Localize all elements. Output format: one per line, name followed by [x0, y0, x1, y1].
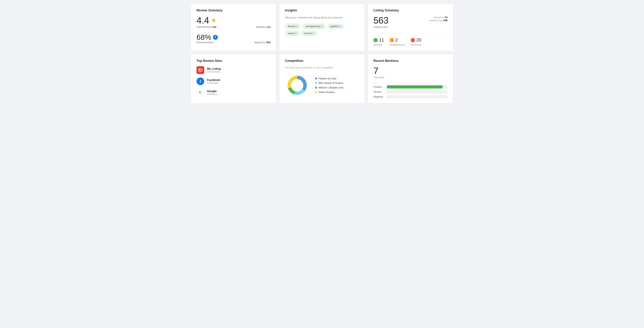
accurate-num: 11: [379, 37, 384, 43]
rec-started-label: Started At 70%: [254, 41, 270, 44]
mentions-divider: [374, 82, 448, 83]
competition-title: Competition: [285, 59, 359, 63]
neutral-label: Neutral: [374, 90, 385, 93]
not-found-label: Not Found: [411, 44, 422, 46]
legend-dot: [315, 82, 317, 84]
errors-num-row: ! 2: [390, 37, 398, 43]
legend-item: Dutch Growers: [315, 91, 345, 94]
not-found-num: 20: [416, 37, 422, 43]
site-info: My Listing 101 Reviews: [207, 67, 221, 73]
total-reviews-label: Total Reviews 123: [196, 26, 216, 28]
insights-subtitle: What your customers are saying about you…: [285, 16, 359, 20]
insight-tag: owner 1: [285, 31, 300, 36]
recent-mentions-title: Recent Mentions: [374, 59, 448, 63]
insight-tag: service 1: [301, 31, 317, 36]
listing-stats: Started At 74 Industry Avg. 348: [429, 16, 448, 22]
competition-subtitle: Your local search presence vs. your comp…: [285, 66, 359, 69]
errors-label: Possible Errors: [390, 44, 405, 46]
check-icon: ✓: [374, 38, 378, 42]
legend-item: Flowers by Jane: [315, 77, 345, 80]
sentiment-negative: Negative: [374, 95, 448, 98]
insight-tag: arrangements 1: [302, 24, 326, 29]
donut-segment: [288, 87, 295, 94]
site-name: My Listing: [207, 67, 221, 70]
rating-row: 4.4 ★: [196, 16, 270, 25]
listing-score-label: Listing Score: [374, 26, 389, 28]
site-list: My Listing 101 Reviews f Facebook 19 Rev…: [196, 66, 270, 96]
review-summary-card: Review Summary 4.4 ★ Total Reviews 123 S…: [191, 4, 276, 51]
review-summary-title: Review Summary: [196, 9, 270, 12]
positive-bar-bg: [387, 85, 448, 88]
rating-number: 4.4: [196, 16, 209, 25]
neutral-bar-bg: [387, 90, 448, 93]
site-logo: f: [196, 77, 204, 85]
accurate-label: Accurate: [374, 44, 382, 46]
errors-num: 2: [395, 37, 398, 43]
donut-segment: [297, 76, 307, 91]
donut-chart: [285, 73, 310, 98]
sentiment-positive: Positive: [374, 85, 448, 88]
site-info: Google 3 Reviews: [207, 90, 218, 95]
top-review-sites-card: Top Review Sites My Listing 101 Reviews …: [191, 54, 276, 103]
not-found-num-row: ✕ 20: [411, 37, 422, 43]
site-name: Google: [207, 90, 218, 93]
started-at-label: Started At 4.1: [256, 26, 270, 28]
legend-label: Flowers by Jane: [318, 77, 336, 80]
sentiment-neutral: Neutral: [374, 90, 448, 93]
recent-mentions-card: Recent Mentions 7 This week Positive Neu…: [368, 54, 453, 103]
legend-item: Wilson's Lifestyle Cent...: [315, 86, 345, 89]
site-reviews: 19 Reviews: [207, 82, 220, 84]
recommended-meta: Recommended Started At 70%: [196, 41, 270, 44]
negative-label: Negative: [374, 95, 385, 98]
facebook-icon: f: [213, 35, 218, 40]
legend-label: Dutch Growers: [318, 91, 335, 94]
insights-title: Insights: [285, 9, 359, 12]
svg-rect-1: [199, 69, 200, 70]
warning-icon: !: [390, 38, 394, 42]
legend-item: Bill's House of Flowers: [315, 82, 345, 84]
top-review-sites-title: Top Review Sites: [196, 59, 270, 63]
review-meta: Total Reviews 123 Started At 4.1: [196, 26, 270, 28]
listing-score-row: 563 Listing Score Started At 74 Industry…: [374, 16, 448, 28]
legend-label: Wilson's Lifestyle Cent...: [318, 86, 345, 89]
donut-segment: [288, 76, 297, 88]
started-at-stat: Started At 74: [429, 16, 448, 19]
competition-card: Competition Your local search presence v…: [279, 54, 365, 103]
errors-item: ! 2 Possible Errors: [390, 37, 405, 46]
recommended-pct: 68%: [196, 34, 211, 41]
positive-label: Positive: [374, 85, 385, 88]
legend-dot: [315, 87, 317, 89]
not-found-item: ✕ 20 Not Found: [411, 37, 422, 46]
competition-content: Flowers by Jane Bill's House of Flowers …: [285, 73, 359, 98]
accurate-item: ✓ 11 Accurate: [374, 37, 384, 46]
mentions-count: 7: [374, 66, 448, 75]
listing-score-num: 563: [374, 16, 389, 25]
star-icon: ★: [211, 17, 216, 24]
insight-tag: flowers 2: [285, 24, 301, 29]
recommended-label: Recommended: [196, 41, 213, 44]
x-icon: ✕: [411, 38, 415, 42]
accuracy-row: ✓ 11 Accurate ! 2 Possible Errors ✕ 20 N…: [374, 37, 448, 46]
site-reviews: 101 Reviews: [207, 70, 221, 73]
accurate-num-row: ✓ 11: [374, 37, 384, 43]
competition-legend: Flowers by Jane Bill's House of Flowers …: [315, 77, 345, 94]
recommended-row: 68% f: [196, 34, 270, 41]
listing-summary-title: Listing Summary: [374, 9, 448, 12]
dashboard: Review Summary 4.4 ★ Total Reviews 123 S…: [191, 4, 453, 103]
listing-summary-card: Listing Summary 563 Listing Score Starte…: [368, 4, 453, 51]
industry-avg-stat: Industry Avg. 348: [429, 19, 448, 22]
donut-segment: [294, 89, 305, 95]
insight-tag: gophers 1: [327, 24, 344, 29]
site-item: f Facebook 19 Reviews: [196, 77, 270, 85]
positive-bar-fill: [387, 85, 443, 88]
site-reviews: 3 Reviews: [207, 93, 218, 95]
listing-divider: [374, 34, 448, 34]
legend-label: Bill's House of Flowers: [318, 82, 343, 84]
legend-dot: [315, 77, 317, 80]
insights-card: Insights What your customers are saying …: [279, 4, 365, 51]
site-name: Facebook: [207, 79, 220, 82]
legend-dot: [315, 91, 317, 93]
sentiment-list: Positive Neutral Negative: [374, 85, 448, 98]
tag-grid: flowers 2arrangements 1gophers 1owner 1s…: [285, 24, 359, 36]
donut-svg: [285, 73, 310, 98]
